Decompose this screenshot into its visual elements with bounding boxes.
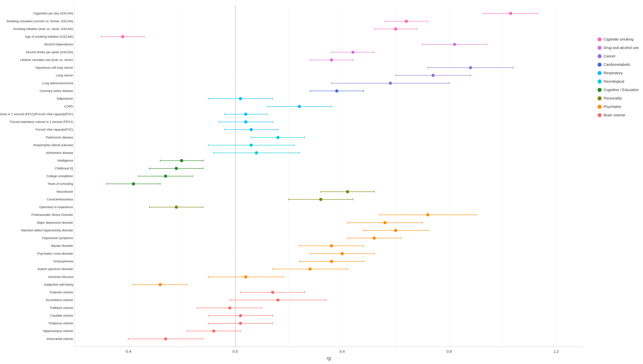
ci-cap-5-1 — [374, 51, 375, 53]
legend-dot-0 — [597, 38, 601, 42]
data-point-26 — [426, 213, 429, 216]
chart-container: -0.40.00.40.81.2rgCigarettes per day (GS… — [0, 0, 643, 364]
ci-cap-42-1 — [203, 338, 203, 340]
y-label-24: Conscientiousness — [47, 198, 75, 201]
data-point-13 — [244, 113, 247, 116]
ci-cap-18-1 — [299, 152, 300, 154]
y-label-31: Psychiatric cross-disorder — [37, 252, 75, 256]
y-label-35: Subjective well being — [44, 283, 75, 286]
data-point-18 — [255, 151, 258, 154]
y-label-2: Smoking initiation (ever vs. never, GSCA… — [13, 27, 75, 31]
y-label-1: Smoking cessation (current vs. former, G… — [7, 20, 75, 23]
ci-cap-20-1 — [203, 168, 203, 170]
grid-line-8 — [556, 6, 556, 346]
data-point-3 — [121, 35, 124, 38]
ci-cap-30-1 — [363, 245, 364, 247]
ci-cap-25-1 — [203, 206, 203, 208]
data-point-35 — [159, 283, 162, 286]
data-point-31 — [341, 252, 344, 255]
y-label-30: Bipolar disorder — [51, 244, 75, 248]
data-point-27 — [383, 221, 387, 224]
ci-cap-28-1 — [428, 230, 428, 232]
data-point-28 — [394, 229, 397, 232]
y-label-4: Alcohol Dependence — [44, 42, 75, 46]
x-tick-label-6: 0.8 — [447, 349, 452, 354]
y-label-11: Adiponectin — [57, 97, 75, 100]
data-point-11 — [239, 97, 242, 100]
zero-line — [235, 6, 235, 346]
ci-cap-42-0 — [128, 338, 128, 340]
ci-cap-34-1 — [283, 276, 283, 278]
y-label-14: Forced expiratory volume in 1 second (FE… — [10, 120, 75, 124]
legend-label-1: Drug and alcohol use — [603, 46, 639, 50]
ci-cap-27-1 — [422, 222, 423, 224]
ci-cap-36-0 — [240, 291, 241, 293]
ci-cap-41-1 — [240, 330, 241, 332]
data-point-21 — [164, 174, 167, 178]
ci-cap-27-0 — [347, 222, 348, 224]
y-label-5: Alcohol drinks per week (GSCAN) — [26, 50, 75, 54]
legend-label-9: Brain volume — [603, 113, 625, 117]
y-label-34: Anorexia Nervosa — [48, 275, 75, 279]
ci-cap-22-0 — [106, 183, 107, 185]
ci-cap-7-1 — [513, 67, 514, 69]
ci-cap-16-1 — [304, 136, 305, 138]
legend-label-5: Neurological — [603, 79, 624, 84]
ci-cap-35-1 — [187, 284, 187, 286]
data-point-25 — [175, 206, 178, 209]
data-point-15 — [250, 128, 253, 131]
legend-dot-7 — [597, 96, 601, 100]
legend-item-6: Cognitive / Education — [597, 88, 639, 92]
ci-cap-15-0 — [224, 128, 225, 130]
ci-cap-6-1 — [353, 59, 353, 61]
legend-dot-9 — [597, 113, 601, 117]
legend-label-7: Personality — [603, 96, 622, 100]
legend-dot-8 — [597, 105, 601, 109]
legend-item-7: Personality — [597, 96, 639, 100]
ci-cap-2-1 — [417, 28, 417, 30]
legend-item-9: Brain volume — [597, 113, 639, 117]
grid-line-0 — [128, 6, 128, 346]
data-point-32 — [330, 260, 333, 263]
legend-label-3: Cardiometabolic — [603, 62, 630, 67]
y-label-0: Cigarettes per day (GSCAN) — [33, 12, 75, 15]
ci-cap-26-1 — [476, 214, 476, 216]
ci-cap-14-1 — [272, 121, 273, 123]
data-point-30 — [330, 244, 333, 248]
y-label-23: Neuroticism — [57, 190, 75, 194]
legend-item-5: Neurological — [597, 79, 639, 84]
ci-cap-12-1 — [331, 106, 332, 108]
data-point-14 — [244, 120, 247, 124]
legend-label-2: Cancer — [603, 54, 615, 58]
y-label-38: Pallidum volume — [50, 306, 75, 310]
data-point-29 — [373, 236, 376, 240]
ci-cap-41-0 — [187, 330, 187, 332]
ci-cap-37-1 — [326, 299, 326, 301]
ci-cap-23-1 — [374, 191, 375, 193]
data-point-19 — [180, 159, 183, 162]
ci-cap-35-0 — [133, 284, 134, 286]
ci-cap-40-0 — [208, 322, 209, 324]
y-label-13: Forced expiratory volume in 1 second (FE… — [0, 112, 75, 116]
legend-item-4: Respiratory — [597, 71, 639, 75]
ci-cap-33-1 — [347, 268, 348, 270]
ci-cap-34-0 — [208, 276, 209, 278]
legend-item-2: Cancer — [597, 54, 639, 58]
ci-cap-24-1 — [353, 198, 353, 200]
ci-cap-33-0 — [272, 268, 273, 270]
ci-cap-0-1 — [537, 12, 538, 14]
legend-item-0: Cigarette smoking — [597, 37, 639, 42]
ci-cap-31-1 — [374, 253, 375, 255]
ci-cap-22-1 — [160, 183, 160, 185]
data-point-36 — [271, 291, 274, 294]
ci-cap-17-0 — [208, 144, 209, 146]
ci-cap-1-1 — [428, 20, 428, 22]
ci-cap-17-1 — [294, 144, 294, 146]
data-point-1 — [405, 20, 408, 23]
data-point-38 — [228, 306, 231, 310]
ci-cap-28-0 — [363, 230, 364, 232]
ci-cap-29-0 — [347, 237, 348, 239]
data-point-17 — [250, 144, 253, 147]
y-label-42: Intracranial volume — [47, 337, 75, 341]
data-point-0 — [509, 12, 512, 15]
